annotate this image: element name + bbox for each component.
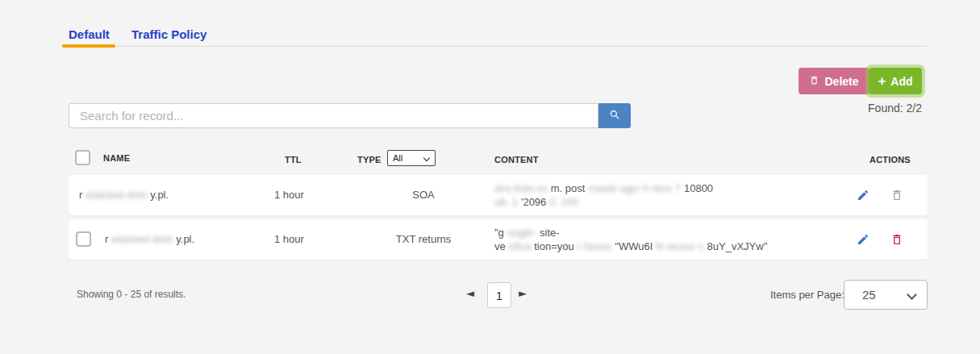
chevron-down-icon — [907, 289, 917, 300]
items-per-page-select[interactable]: 25 — [844, 280, 928, 310]
row-checkbox[interactable] — [76, 231, 91, 247]
record-ttl: 1 hour — [274, 233, 304, 245]
type-filter-select[interactable]: All — [387, 150, 436, 166]
trash-icon — [890, 236, 903, 248]
search-button[interactable] — [598, 103, 631, 128]
prev-page-button[interactable]: ◄ — [466, 287, 474, 299]
record-name: redacted-domy.pl. — [79, 189, 172, 201]
content-segment: 7 — [675, 182, 681, 194]
search-icon — [609, 109, 621, 123]
content-segment: rifica — [509, 240, 531, 252]
select-all-checkbox[interactable] — [75, 150, 90, 165]
column-header-actions: ACTIONS — [869, 155, 911, 165]
record-ttl: 1 hour — [274, 189, 304, 201]
items-per-page-label: Items per Page: — [770, 289, 844, 301]
pencil-icon — [857, 192, 869, 204]
content-segment: 0. 100 — [549, 196, 578, 208]
found-count: Found: 2/2 — [868, 102, 922, 115]
name-segment: y.pl. — [176, 233, 194, 245]
table-row: redacted-domy.pl. 1 hour SOA dns.fcdn.vc… — [69, 175, 928, 215]
content-segment: tion=you — [534, 240, 574, 252]
content-segment: 10800 — [684, 182, 713, 194]
trash-icon — [890, 192, 903, 204]
column-header-name: NAME — [103, 153, 130, 163]
search-bar — [69, 103, 631, 128]
content-segment: site- — [540, 227, 560, 239]
name-segment: edacted-dom — [111, 233, 173, 245]
table-header: NAME TTL TYPE All CONTENT ACTIONS — [69, 150, 928, 173]
record-content: dns.fcdn.vcm. postmaste ugcr h recv71080… — [494, 181, 857, 209]
pencil-icon — [857, 236, 869, 248]
content-segment: ve — [494, 240, 506, 252]
content-line: verification=your hzouc"WWu6IN recvur c8… — [494, 239, 857, 253]
content-segment: dns.fcdn.vc — [494, 182, 548, 194]
name-segment: y.pl. — [150, 189, 169, 201]
content-segment: '2096 — [521, 196, 546, 208]
column-header-ttl: TTL — [285, 155, 302, 165]
content-segment: "g — [494, 227, 504, 239]
delete-button[interactable]: Delete — [799, 68, 869, 94]
record-content: "google-site- verification=your hzouc"WW… — [494, 226, 857, 253]
next-page-button[interactable]: ► — [519, 287, 527, 299]
content-line: dns.fcdn.vcm. postmaste ugcr h recv71080… — [494, 181, 857, 195]
tabs-divider — [62, 46, 928, 47]
content-segment: "WWu6I — [615, 240, 653, 252]
delete-button-label: Delete — [824, 75, 858, 88]
column-header-type: TYPE — [357, 155, 382, 165]
page-number[interactable]: 1 — [487, 282, 511, 308]
delete-record-button — [890, 188, 904, 202]
content-segment: 8uY_vXJYw" — [707, 240, 768, 252]
delete-record-button[interactable] — [890, 232, 904, 247]
content-segment: ub. 1 — [494, 196, 518, 208]
edit-record-button[interactable] — [856, 188, 870, 202]
type-filter-value: All — [393, 153, 402, 163]
showing-results-text: Showing 0 - 25 of results. — [77, 289, 186, 300]
record-type: SOA — [351, 189, 496, 201]
add-button-label: Add — [890, 75, 912, 88]
content-segment: maste ugcr h recv — [588, 182, 671, 194]
content-segment: oogle- — [507, 227, 536, 239]
column-header-content: CONTENT — [494, 155, 539, 165]
content-segment: r hzouc — [578, 240, 612, 252]
prev-arrow-icon: ◄ — [466, 287, 474, 299]
table-row: redacted-domy.pl. 1 hour TXT returns "go… — [69, 219, 928, 260]
content-line: ub. 1'20960. 100 — [494, 195, 857, 209]
name-segment: edacted-dom — [85, 189, 147, 201]
dns-records-panel: Default Traffic Policy Delete + Add Foun… — [0, 0, 980, 354]
name-segment: r — [79, 189, 82, 201]
record-name: redacted-domy.pl. — [105, 233, 198, 245]
tab-traffic-policy[interactable]: Traffic Policy — [131, 27, 206, 41]
items-per-page-value: 25 — [862, 288, 876, 302]
chevron-down-icon — [423, 155, 430, 161]
edit-record-button[interactable] — [856, 232, 870, 247]
content-line: "google-site- — [494, 226, 857, 239]
trash-icon — [809, 75, 819, 88]
add-button[interactable]: + Add — [869, 68, 922, 94]
plus-icon: + — [878, 74, 886, 88]
tab-default[interactable]: Default — [69, 27, 110, 41]
next-arrow-icon: ► — [519, 287, 527, 299]
content-segment: N recvur c — [656, 240, 703, 252]
search-input[interactable] — [69, 103, 598, 128]
active-tab-underline — [62, 44, 115, 48]
record-type: TXT returns — [351, 233, 496, 245]
content-segment: m. post — [551, 182, 586, 194]
name-segment: r — [105, 233, 108, 245]
